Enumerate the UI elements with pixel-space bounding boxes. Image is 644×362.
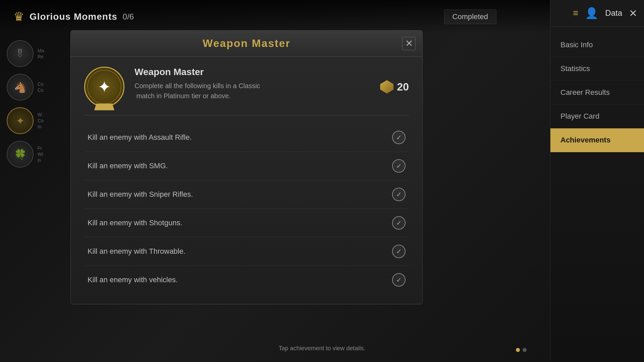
achievement-header: ✦ Weapon Master Complete all the followi… [84, 67, 409, 115]
kill-item-label: Kill an enemy with Throwable. [88, 247, 185, 256]
top-bar: ♛ Glorious Moments 0/6 Completed [0, 0, 644, 34]
achievement-text: CoCo [38, 81, 44, 93]
achievement-badge: 🐴 [7, 74, 34, 101]
kill-list: Kill an enemy with Assault Rifle. ✓ Kill… [84, 123, 409, 294]
sidebar-item-basic-info[interactable]: Basic Info [550, 33, 644, 57]
list-item[interactable]: 🍀 FrWiin [7, 141, 67, 168]
kill-item-label: Kill an enemy with vehicles. [88, 276, 178, 284]
modal-header: Weapon Master ✕ [71, 31, 422, 57]
data-label: Data [605, 8, 622, 18]
achievement-text: WCom [38, 112, 44, 130]
sidebar-item-career-results[interactable]: Career Results [550, 81, 644, 105]
right-sidebar: ≡ 👤 Data ✕ Basic Info Statistics Career … [550, 0, 644, 362]
list-item[interactable]: 🐴 CoCo [7, 74, 67, 101]
kill-item-vehicle: Kill an enemy with vehicles. ✓ [84, 266, 409, 294]
left-achievements-panel: 🎖 MaRe 🐴 CoCo ✦ WCom 🍀 FrWiin [0, 34, 74, 362]
check-icon-smg: ✓ [392, 159, 406, 173]
page-dot-1[interactable] [516, 348, 520, 352]
kill-item-label: Kill an enemy with Shotguns. [88, 219, 182, 227]
close-button[interactable]: ✕ [629, 7, 637, 19]
progress-text: 0/6 [123, 12, 134, 21]
achievement-text: FrWiin [38, 145, 43, 164]
glorious-title: Glorious Moments [30, 11, 117, 22]
reward-gem-icon [380, 80, 393, 94]
achievement-badge-gold: ✦ [7, 107, 34, 134]
modal-close-button[interactable]: ✕ [402, 37, 416, 50]
achievement-badge: 🎖 [7, 40, 34, 67]
kill-item-sniper: Kill an enemy with Sniper Rifles. ✓ [84, 180, 409, 209]
achievement-name: Weapon Master [135, 67, 370, 77]
achievement-info: Weapon Master Complete all the following… [135, 67, 370, 101]
kill-item-label: Kill an enemy with Assault Rifle. [88, 133, 192, 142]
kill-item-label: Kill an enemy with SMG. [88, 162, 168, 170]
completed-button[interactable]: Completed [444, 9, 496, 24]
check-icon-sniper: ✓ [392, 188, 406, 201]
check-icon-assault: ✓ [392, 131, 406, 144]
badge-outer: ✦ [84, 67, 124, 107]
hint-text: Tap achievement to view details. [278, 345, 365, 352]
sidebar-menu: Basic Info Statistics Career Results Pla… [550, 33, 644, 152]
kill-item-throwable: Kill an enemy with Throwable. ✓ [84, 237, 409, 266]
list-item[interactable]: 🎖 MaRe [7, 40, 67, 67]
modal-title: Weapon Master [203, 37, 290, 50]
page-dot-2[interactable] [523, 348, 527, 352]
pagination [516, 348, 527, 352]
sidebar-item-player-card[interactable]: Player Card [550, 105, 644, 128]
sidebar-item-statistics[interactable]: Statistics [550, 57, 644, 81]
check-icon-throwable: ✓ [392, 245, 406, 258]
achievement-badge: 🍀 [7, 141, 34, 168]
achievement-desc: Complete all the following kills in a Cl… [135, 81, 370, 101]
crown-icon: ♛ [13, 10, 24, 24]
kill-item-smg: Kill an enemy with SMG. ✓ [84, 152, 409, 180]
achievement-badge-large: ✦ [84, 67, 124, 107]
check-icon-vehicle: ✓ [392, 273, 406, 287]
kill-item-assault-rifle: Kill an enemy with Assault Rifle. ✓ [84, 123, 409, 152]
sidebar-top: ≡ 👤 Data ✕ [550, 0, 644, 26]
reward-count: 20 [397, 81, 409, 93]
list-item[interactable]: ✦ WCom [7, 107, 67, 134]
profile-icon[interactable]: 👤 [585, 7, 598, 19]
weapon-master-modal: Weapon Master ✕ ✦ Weapon Master Complete… [70, 30, 423, 304]
hamburger-icon[interactable]: ≡ [573, 8, 578, 18]
achievement-reward: 20 [380, 80, 409, 94]
achievement-text: MaRe [38, 48, 44, 60]
modal-body: ✦ Weapon Master Complete all the followi… [71, 57, 422, 304]
badge-decoration [94, 104, 114, 110]
kill-item-shotgun: Kill an enemy with Shotguns. ✓ [84, 209, 409, 237]
kill-item-label: Kill an enemy with Sniper Rifles. [88, 190, 193, 199]
check-icon-shotgun: ✓ [392, 216, 406, 230]
badge-inner-icon: ✦ [98, 77, 111, 96]
sidebar-item-achievements[interactable]: Achievements [550, 128, 644, 152]
